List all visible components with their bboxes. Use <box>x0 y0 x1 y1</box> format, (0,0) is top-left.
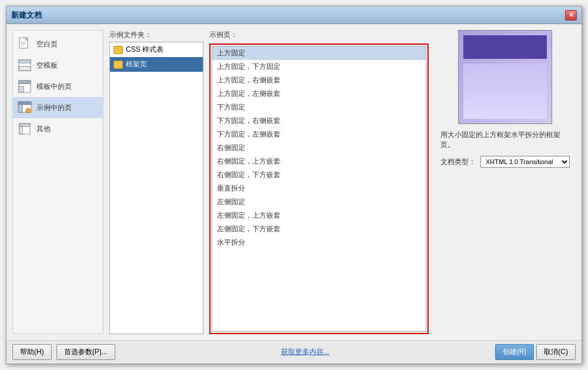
help-button[interactable]: 帮助(H) <box>12 344 52 360</box>
bottom-right: 创建(R) 取消(C) <box>495 344 576 360</box>
doctype-row: 文档类型： XHTML 1.0 TransitionalXHTML 1.0 St… <box>435 156 576 168</box>
sidebar-item-other[interactable]: 其他 <box>13 118 103 139</box>
files-panel-label: 示例页： <box>209 30 238 40</box>
ok-button[interactable]: 创建(R) <box>495 344 534 360</box>
file-item[interactable]: 右侧固定，上方嵌套 <box>212 155 426 168</box>
cancel-button[interactable]: 取消(C) <box>536 344 576 360</box>
folder-icon-css <box>113 46 123 54</box>
doctype-label: 文档类型： <box>440 157 476 167</box>
title-bar: 新建文档 ✕ <box>6 6 582 24</box>
get-more-link[interactable]: 获取更多内容... <box>281 348 329 356</box>
folder-item-css-label: CSS 样式表 <box>126 45 163 55</box>
sidebar-item-sample-page[interactable]: 示例中的页 <box>13 97 103 118</box>
sidebar-item-blank-label: 空白页 <box>36 39 58 49</box>
folder-item-frames[interactable]: 框架页 <box>110 57 203 72</box>
files-panel-container: 示例页： 上方固定上方固定，下方固定上方固定，右侧嵌套上方固定，左侧嵌套下方固定… <box>209 30 429 334</box>
svg-rect-17 <box>19 126 22 134</box>
svg-rect-9 <box>19 86 24 92</box>
bottom-bar: 帮助(H) 首选参数(P)... 获取更多内容... 创建(R) 取消(C) <box>6 340 582 364</box>
file-item[interactable]: 上方固定 <box>212 46 426 60</box>
svg-rect-1 <box>21 42 25 42</box>
folder-icon-frames <box>113 61 123 69</box>
bottom-left: 帮助(H) 首选参数(P)... <box>12 344 115 360</box>
sidebar-item-sample-page-label: 示例中的页 <box>36 103 72 113</box>
file-item[interactable]: 左侧固定，下方嵌套 <box>212 222 426 236</box>
files-list: 上方固定上方固定，下方固定上方固定，右侧嵌套上方固定，左侧嵌套下方固定下方固定，… <box>212 46 426 332</box>
dialog-content: 空白页 空模板 <box>6 24 582 340</box>
sidebar-item-blank-template[interactable]: 空模板 <box>13 55 103 76</box>
doctype-select[interactable]: XHTML 1.0 TransitionalXHTML 1.0 StrictHT… <box>480 156 570 168</box>
file-item[interactable]: 上方固定，下方固定 <box>212 60 426 74</box>
folder-item-frames-label: 框架页 <box>126 59 147 69</box>
file-item[interactable]: 左侧固定，上方嵌套 <box>212 209 426 222</box>
sample-page-icon <box>18 101 32 115</box>
files-panel-label-row: 示例页： <box>209 30 429 42</box>
folder-list: CSS 样式表 框架页 <box>109 42 203 334</box>
file-item[interactable]: 水平拆分 <box>212 236 426 249</box>
window-title: 新建文档 <box>11 10 42 21</box>
svg-rect-8 <box>19 81 31 84</box>
folder-item-css[interactable]: CSS 样式表 <box>110 42 203 57</box>
preview-image-header <box>463 35 547 59</box>
folder-panel: 示例文件夹： CSS 样式表 框架页 <box>109 30 429 334</box>
blank-template-icon <box>18 58 32 72</box>
files-panel-wrapper: 上方固定上方固定，下方固定上方固定，右侧嵌套上方固定，左侧嵌套下方固定下方固定，… <box>209 44 429 334</box>
svg-rect-16 <box>19 124 30 126</box>
svg-rect-2 <box>21 44 25 44</box>
dialog-window: 新建文档 ✕ 空白页 <box>6 6 582 364</box>
other-icon <box>18 122 32 136</box>
right-panel: 用大小固定的上方框架水平拆分的框架页。 文档类型： XHTML 1.0 Tran… <box>435 30 576 334</box>
prefs-button[interactable]: 首选参数(P)... <box>56 344 115 360</box>
file-item[interactable]: 右侧固定 <box>212 141 426 155</box>
preview-image-body <box>463 64 547 119</box>
description-text: 用大小固定的上方框架水平拆分的框架页。 <box>435 130 576 150</box>
main-area: 空白页 空模板 <box>12 30 576 334</box>
bottom-center: 获取更多内容... <box>115 347 495 357</box>
file-item[interactable]: 上方固定，右侧嵌套 <box>212 74 426 87</box>
file-item[interactable]: 上方固定，左侧嵌套 <box>212 87 426 101</box>
folder-list-container: 示例文件夹： CSS 样式表 框架页 <box>109 30 203 334</box>
file-item[interactable]: 下方固定，右侧嵌套 <box>212 114 426 128</box>
template-page-icon <box>18 79 32 94</box>
file-item[interactable]: 右侧固定，下方嵌套 <box>212 168 426 182</box>
sidebar-item-template-page[interactable]: 模板中的页 <box>13 76 103 97</box>
file-item[interactable]: 下方固定，左侧嵌套 <box>212 128 426 141</box>
svg-rect-5 <box>19 60 31 63</box>
svg-point-14 <box>26 108 31 113</box>
middle-section: 示例文件夹： CSS 样式表 框架页 <box>109 30 429 334</box>
file-item[interactable]: 左侧固定 <box>212 195 426 209</box>
folder-panel-label: 示例文件夹： <box>109 30 203 40</box>
svg-rect-6 <box>19 66 31 71</box>
blank-page-icon <box>18 37 32 51</box>
sidebar-item-blank-template-label: 空模板 <box>36 61 58 71</box>
svg-rect-3 <box>21 45 24 46</box>
sidebar-item-other-label: 其他 <box>36 124 51 134</box>
sidebar-item-template-page-label: 模板中的页 <box>36 82 72 92</box>
sidebar-item-blank[interactable]: 空白页 <box>13 34 103 55</box>
file-item[interactable]: 下方固定 <box>212 101 426 114</box>
preview-image <box>458 30 552 124</box>
svg-rect-13 <box>18 105 22 112</box>
close-button[interactable]: ✕ <box>565 10 577 21</box>
file-item[interactable]: 垂直拆分 <box>212 182 426 195</box>
left-nav: 空白页 空模板 <box>12 30 103 334</box>
svg-rect-12 <box>18 102 31 105</box>
